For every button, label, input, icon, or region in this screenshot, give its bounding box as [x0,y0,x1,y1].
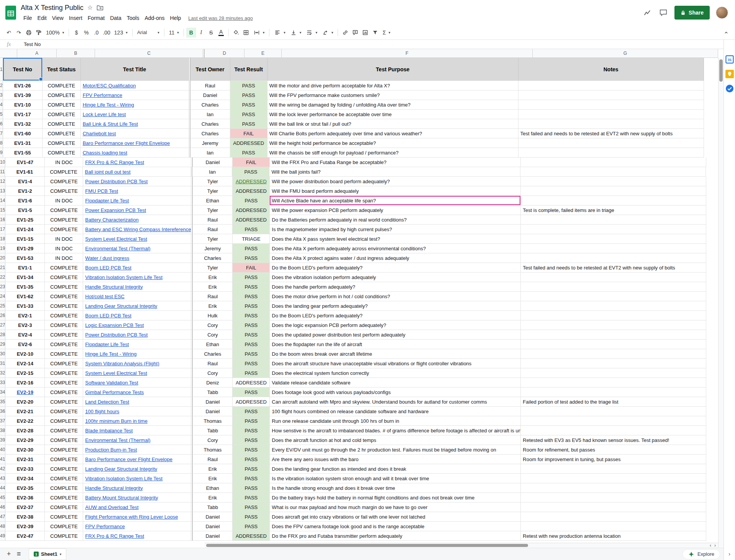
borders-icon[interactable] [241,28,251,38]
cell-notes[interactable] [521,215,706,225]
cell-notes[interactable] [521,512,706,522]
cell-test-result[interactable]: PASS [230,100,267,110]
cell-c1[interactable]: Test Title [81,58,189,81]
row-number[interactable]: 17 [0,225,5,234]
column-header-f[interactable]: F [282,49,533,57]
strikethrough-button[interactable]: S [206,28,216,38]
row-number[interactable]: 11 [0,167,5,177]
cell-notes[interactable] [521,177,706,186]
font-select[interactable]: Arial▾ [135,28,162,38]
row-number[interactable]: 28 [0,330,5,340]
menu-edit[interactable]: Edit [35,14,49,22]
cell-test-purpose[interactable]: What is our max payload and how much mar… [270,503,521,512]
cell-test-purpose[interactable]: Does the landing gear perform adequately… [270,301,521,311]
cell-test-status[interactable]: COMPLETE [45,263,83,273]
cell-test-no[interactable]: EV1-25 [5,215,45,225]
star-icon[interactable]: ☆ [87,5,93,11]
cell-test-result[interactable]: PASS [233,416,270,426]
cell-test-status[interactable]: COMPLETE [45,445,83,455]
scroll-left-icon[interactable]: ‹ [710,543,711,548]
cell-test-no[interactable]: EV2-38 [5,512,45,522]
cell-test-owner[interactable]: Erik [193,282,233,292]
cell-test-result[interactable]: PASS [233,349,270,359]
text-color-button[interactable]: A [216,28,226,38]
cell-test-result[interactable]: FAIL [233,158,270,167]
cell-test-title[interactable]: Vibration Isolation System Life Test [83,474,191,483]
cell-test-no[interactable]: EV1-10 [3,100,43,110]
cell-test-owner[interactable]: Raul [193,215,233,225]
menu-format[interactable]: Format [85,14,107,22]
cell-test-purpose[interactable]: Will Charlie Bolts perform adequately ov… [267,129,518,138]
cell-test-result[interactable]: PASS [233,292,270,301]
cell-test-purpose[interactable]: Can aircraft autoland with Mpro and skyv… [270,397,521,407]
cell-test-result[interactable]: PASS [233,273,270,282]
cell-test-owner[interactable]: Erik [193,474,233,483]
row-number[interactable]: 36 [0,407,5,416]
cell-test-title[interactable]: AUW and Overload Test [83,503,191,512]
cell-test-owner[interactable]: Tyler [193,234,233,244]
cell-test-title[interactable]: System Vibration Analysis (Flight) [83,359,191,368]
cell-test-owner[interactable]: Daniel [193,397,233,407]
cell-test-purpose[interactable]: Will the height hold performance be acce… [267,138,518,148]
cell-test-owner[interactable]: Daniel [190,90,230,100]
cell-test-owner[interactable]: Deniz [193,378,233,388]
cell-notes[interactable] [521,196,706,205]
cell-test-owner[interactable]: Tyler [193,186,233,196]
row-number[interactable]: 10 [0,158,5,167]
cell-test-owner[interactable]: Raul [193,225,233,234]
cell-b1[interactable]: Test Status [43,58,81,81]
cell-test-title[interactable]: Environmental Test (Thermal) [83,435,191,445]
cell-test-status[interactable]: COMPLETE [45,435,83,445]
row-number[interactable]: 47 [0,512,5,522]
cell-notes[interactable] [518,100,704,110]
cell-test-no[interactable]: EV1-24 [5,225,45,234]
cell-notes[interactable] [521,426,706,435]
cell-notes[interactable] [521,273,706,282]
cell-test-result[interactable]: PASS [233,301,270,311]
cell-test-owner[interactable]: Cory [193,320,233,330]
cell-test-status[interactable]: COMPLETE [45,522,83,531]
cell-test-owner[interactable]: Raul [193,455,233,464]
cell-test-status[interactable]: COMPLETE [45,186,83,196]
cell-test-title[interactable]: Chassis loading test [81,148,189,158]
cell-notes[interactable]: Test failed and needs to be retested at … [521,263,706,273]
row-number[interactable]: 22 [0,273,5,282]
cell-test-title[interactable]: Boom LED PCB Test [83,311,191,320]
cell-test-purpose[interactable]: Does the landing gear function as intend… [270,464,521,474]
cell-test-status[interactable]: COMPLETE [45,426,83,435]
cell-test-no[interactable]: EV1-60 [3,129,43,138]
row-number[interactable]: 43 [0,474,5,483]
cell-test-owner[interactable]: Ian [190,110,230,119]
cell-test-no[interactable]: EV2-33 [5,464,45,474]
cell-test-result[interactable]: PASS [233,244,270,253]
cell-test-status[interactable]: COMPLETE [45,225,83,234]
cell-test-title[interactable]: Hinge Life Test - Wiring [83,349,191,359]
print-icon[interactable] [24,28,34,38]
cell-test-result[interactable]: ADDRESSED [233,531,270,541]
merge-cells-icon[interactable]: ▾ [251,28,267,38]
cell-notes[interactable] [521,349,706,359]
functions-button[interactable]: Σ▾ [380,28,392,38]
cell-notes[interactable] [518,138,704,148]
row-number[interactable]: 48 [0,522,5,531]
cell-test-title[interactable]: Land Detection Test [83,397,191,407]
cell-test-status[interactable]: COMPLETE [45,320,83,330]
cell-test-status[interactable]: COMPLETE [45,493,83,503]
cell-test-no[interactable]: EV2-35 [5,483,45,493]
insert-comment-icon[interactable] [350,28,360,38]
cell-test-purpose[interactable]: Validate release candidate software [270,378,521,388]
cell-test-status[interactable]: COMPLETE [45,464,83,474]
cell-test-status[interactable]: COMPLETE [43,148,81,158]
cell-test-title[interactable]: Ball Link & Strut Life Test [81,119,189,129]
cell-test-no[interactable]: EV1-61 [5,167,44,177]
cell-test-result[interactable]: PASS [233,282,270,292]
cell-test-owner[interactable]: Ethan [193,340,233,349]
cell-test-result[interactable]: PASS [233,435,270,445]
cell-test-result[interactable]: PASS [233,445,270,455]
cell-test-purpose[interactable]: Does the electrical system function corr… [270,368,521,378]
cell-test-purpose[interactable]: Does the Alta X pass system level electr… [270,234,521,244]
cell-test-status[interactable]: COMPLETE [43,119,81,129]
row-number[interactable]: 7 [0,129,3,138]
cell-test-result[interactable]: ADDRESSED [233,215,270,225]
cell-test-no[interactable]: EV1-17 [3,110,43,119]
